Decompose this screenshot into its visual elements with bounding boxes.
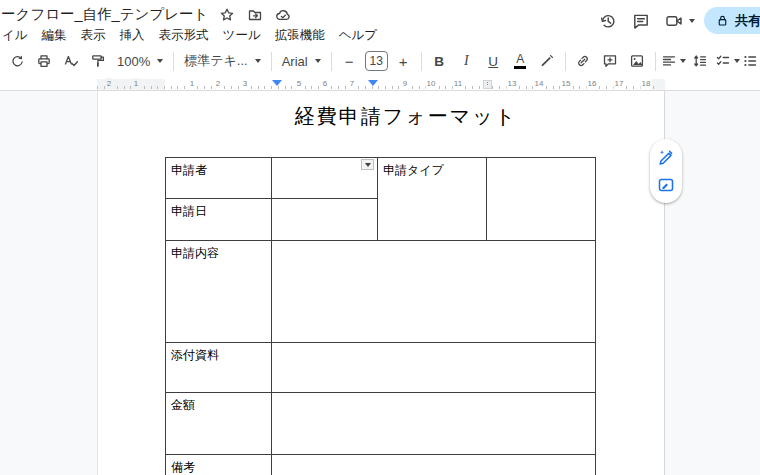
- checklist-button[interactable]: [714, 48, 741, 74]
- align-left-icon: [661, 53, 677, 69]
- table-cell-amount-label[interactable]: 金額: [166, 393, 272, 455]
- print-icon: [36, 53, 52, 69]
- table-cell-content-value[interactable]: [272, 241, 595, 343]
- toolbar-divider: [173, 52, 174, 71]
- text-color-button[interactable]: A: [507, 48, 534, 74]
- table-cell-amount-value[interactable]: [272, 393, 595, 455]
- right-indent-marker[interactable]: [368, 80, 378, 86]
- meet-dropdown-icon[interactable]: [689, 19, 695, 23]
- document-heading[interactable]: 経費申請フォーマット: [166, 103, 646, 130]
- table-column-grip[interactable]: [483, 80, 492, 89]
- underline-button[interactable]: U: [480, 48, 507, 74]
- meet-button[interactable]: [660, 7, 695, 34]
- toolbar-divider: [331, 52, 332, 71]
- increase-font-size-button[interactable]: +: [390, 48, 417, 74]
- chevron-down-icon: [157, 59, 163, 63]
- share-label: 共有: [735, 12, 760, 30]
- menubar: イル 編集 表示 挿入 表示形式 ツール 拡張機能 ヘルプ: [0, 25, 384, 46]
- table-cell-attachments-value[interactable]: [272, 343, 595, 393]
- cell-dropdown-chip[interactable]: [361, 159, 374, 170]
- toolbar-divider: [565, 52, 566, 71]
- ruler-number: 2: [215, 78, 221, 89]
- menu-tools[interactable]: ツール: [216, 25, 268, 46]
- ruler-number: 5: [296, 78, 302, 89]
- ruler-number: 11: [453, 78, 463, 89]
- italic-button[interactable]: I: [453, 48, 480, 74]
- table-cell-type-label[interactable]: 申請タイプ: [378, 158, 487, 241]
- toolbar-divider: [271, 52, 272, 71]
- table-cell-type-value[interactable]: [487, 158, 595, 241]
- insert-image-button[interactable]: [624, 48, 651, 74]
- top-actions: 共有: [594, 7, 760, 34]
- document-title-input[interactable]: ークフロー_自作_テンプレート: [1, 5, 208, 24]
- spellcheck-icon: [63, 53, 79, 69]
- table-cell-attachments-label[interactable]: 添付資料: [166, 343, 272, 393]
- expense-request-table: 申請者 申請タイプ 申請日 申請内容 添付資料 金額 備考: [165, 157, 596, 475]
- ruler-number: 15: [561, 78, 572, 89]
- star-button[interactable]: [217, 5, 236, 24]
- ruler-number: 17: [614, 78, 625, 89]
- ruler-number: 14: [534, 78, 545, 89]
- paint-format-icon: [90, 53, 106, 69]
- paragraph-style-select[interactable]: 標準テキ...: [178, 48, 266, 74]
- table-cell-applicant-value[interactable]: [272, 158, 378, 199]
- paint-format-button[interactable]: [84, 48, 111, 74]
- checklist-icon: [715, 53, 731, 69]
- menu-help[interactable]: ヘルプ: [332, 25, 384, 46]
- cloud-status-icon: [275, 7, 291, 23]
- zoom-select[interactable]: 100%: [111, 48, 169, 74]
- left-indent-marker[interactable]: [272, 80, 282, 86]
- ruler: [97, 86, 658, 89]
- share-button[interactable]: 共有: [704, 7, 760, 34]
- lock-icon: [716, 14, 729, 27]
- help-me-write-button[interactable]: [655, 146, 677, 168]
- chevron-down-icon: [255, 59, 261, 63]
- comments-icon: [632, 12, 650, 30]
- highlight-color-button[interactable]: [534, 48, 561, 74]
- highlight-pen-icon: [539, 53, 555, 69]
- toolbar-divider: [421, 52, 422, 71]
- menu-view[interactable]: 表示: [74, 25, 113, 46]
- table-cell-date-label[interactable]: 申請日: [166, 199, 272, 241]
- print-button[interactable]: [30, 48, 57, 74]
- table-cell-applicant-label[interactable]: 申請者: [166, 158, 272, 199]
- insert-link-button[interactable]: [570, 48, 597, 74]
- menu-file[interactable]: イル: [0, 25, 35, 46]
- toolbar: 100% 標準テキ... Arial − + B I U A: [3, 45, 760, 77]
- comment-pencil-icon: [657, 176, 675, 194]
- menu-extensions[interactable]: 拡張機能: [268, 25, 332, 46]
- bullet-list-button[interactable]: [741, 48, 760, 74]
- table-cell-date-value[interactable]: [272, 199, 378, 241]
- spellcheck-button[interactable]: [57, 48, 84, 74]
- align-button[interactable]: [660, 48, 687, 74]
- comment-suggestion-button[interactable]: [655, 174, 677, 196]
- redo-button[interactable]: [3, 48, 30, 74]
- line-spacing-icon: [692, 53, 708, 69]
- decrease-font-size-button[interactable]: −: [336, 48, 363, 74]
- margin-actions-pill: [650, 139, 682, 203]
- ruler-number: 7: [349, 78, 355, 89]
- comments-button[interactable]: [627, 7, 654, 34]
- table-cell-remarks-label[interactable]: 備考: [166, 455, 272, 475]
- font-size-input[interactable]: [365, 51, 388, 71]
- version-history-button[interactable]: [594, 7, 621, 34]
- document-page[interactable]: 経費申請フォーマット 申請者 申請タイプ 申請日 申請内容 添付資料 金額 備考: [97, 91, 665, 475]
- ruler-number: 6: [322, 78, 328, 89]
- font-family-select[interactable]: Arial: [276, 48, 327, 74]
- link-icon: [575, 53, 591, 69]
- table-cell-remarks-value[interactable]: [272, 455, 595, 475]
- menu-insert[interactable]: 挿入: [113, 25, 152, 46]
- bold-button[interactable]: B: [426, 48, 453, 74]
- meet-video-icon: [665, 12, 683, 30]
- menu-format[interactable]: 表示形式: [152, 25, 216, 46]
- menu-edit[interactable]: 編集: [35, 25, 74, 46]
- move-folder-button[interactable]: [245, 5, 264, 24]
- table-cell-content-label[interactable]: 申請内容: [166, 241, 272, 343]
- ruler-number: 10: [426, 78, 437, 89]
- document-canvas: 経費申請フォーマット 申請者 申請タイプ 申請日 申請内容 添付資料 金額 備考: [0, 91, 760, 475]
- line-spacing-button[interactable]: [687, 48, 714, 74]
- ruler-number: 18: [641, 78, 652, 89]
- add-comment-button[interactable]: [597, 48, 624, 74]
- move-folder-icon: [247, 7, 263, 23]
- document-status-button[interactable]: [273, 5, 292, 24]
